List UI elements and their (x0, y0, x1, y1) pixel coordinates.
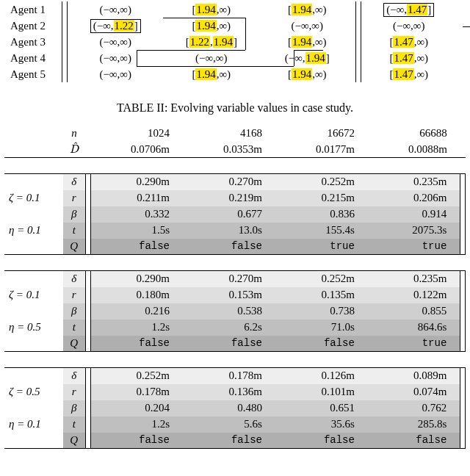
value-cell: 0.180m (90, 287, 183, 303)
value-cell: 0.089m (368, 368, 460, 384)
value-cell: 864.6s (368, 320, 460, 336)
value-cell: 0.738 (275, 303, 368, 320)
row-symbol: β (63, 206, 86, 223)
value-cell: 0.211m (90, 190, 183, 206)
agent-label: Agent 1 (4, 1, 62, 18)
interval-cell: (−∞,∞) (164, 50, 260, 66)
value-cell: 0.836 (275, 206, 368, 223)
row-symbol: Q (63, 239, 86, 255)
interval-cell: (−∞,1.47] (361, 1, 458, 18)
value-cell: 0.270m (183, 271, 275, 287)
value-cell: 0.235m (368, 174, 460, 190)
step-outline (294, 50, 323, 51)
row-symbol: t (63, 223, 86, 239)
step-outline (245, 18, 246, 50)
value-cell: 0.252m (275, 174, 368, 190)
value-cell: 0.101m (275, 384, 368, 400)
value-cell: 0.178m (183, 368, 275, 384)
value-cell: 285.8s (368, 416, 460, 433)
agent-label: Agent 2 (4, 18, 62, 34)
header-d-value: 0.0177m (275, 141, 368, 158)
value-cell: 0.135m (275, 287, 368, 303)
value-cell: 0.122m (368, 287, 460, 303)
interval-cell: (−∞,1.94] (259, 50, 355, 66)
value-cell: false (183, 239, 275, 255)
value-cell: 0.216 (90, 303, 183, 320)
group-eta: η = 0.1 (4, 416, 63, 433)
value-cell: 0.153m (183, 287, 275, 303)
value-cell: true (275, 239, 368, 255)
value-cell: false (275, 336, 368, 352)
group-zeta: ζ = 0.1 (4, 287, 63, 303)
value-cell: 1.2s (90, 320, 183, 336)
step-outline (294, 50, 294, 66)
value-cell: 5.6s (183, 416, 275, 433)
row-symbol: β (63, 400, 86, 416)
agent-row: Agent 2(−∞,1.22][1.94,∞)(−∞,∞)(−∞,∞) (4, 18, 466, 34)
group-eta: η = 0.1 (4, 223, 63, 239)
row-symbol: Q (63, 433, 86, 449)
group-eta: η = 0.5 (4, 320, 63, 336)
value-cell: 0.136m (183, 384, 275, 400)
boxed-interval: (−∞,1.22] (90, 19, 141, 33)
row-symbol: Q (63, 336, 86, 352)
value-cell: 35.6s (275, 416, 368, 433)
header-d-value: 0.0088m (368, 141, 460, 158)
value-cell: 0.855 (368, 303, 460, 320)
row-symbol: r (63, 384, 86, 400)
row-symbol: r (63, 287, 86, 303)
interval-cell: [1.47,∞) (361, 66, 458, 82)
value-cell: 155.4s (275, 223, 368, 239)
interval-cell: [1.47,∞) (361, 50, 458, 66)
value-cell: false (90, 433, 183, 449)
value-cell: 0.204 (90, 400, 183, 416)
group-zeta: ζ = 0.5 (4, 384, 63, 400)
header-n-value: 16672 (275, 125, 368, 141)
agent-label: Agent 5 (4, 66, 62, 82)
interval-cell: (−∞,∞) (361, 18, 458, 34)
step-outline (137, 50, 245, 51)
value-cell: 0.206m (368, 190, 460, 206)
step-outline (163, 18, 245, 18)
value-cell: 0.480 (183, 400, 275, 416)
row-symbol: β (63, 303, 86, 320)
value-cell: 0.914 (368, 206, 460, 223)
value-cell: true (368, 239, 460, 255)
interval-cell: [1.94,∞) (164, 66, 260, 82)
header-n-value: 66688 (368, 125, 460, 141)
value-cell: 6.2s (183, 320, 275, 336)
interval-cell: (−∞,∞) (68, 66, 164, 82)
interval-cell: (−∞,∞) (68, 50, 164, 66)
interval-cell: [1.47,∞) (361, 34, 458, 50)
value-cell: 0.290m (90, 174, 183, 190)
value-cell: 0.235m (368, 271, 460, 287)
interval-cell: (−∞,∞) (68, 34, 164, 50)
value-cell: 2075.3s (368, 223, 460, 239)
header-d: D̂ (63, 141, 86, 158)
value-cell: 1.5s (90, 223, 183, 239)
value-cell: false (275, 433, 368, 449)
header-n: n (63, 125, 86, 141)
row-symbol: t (63, 416, 86, 433)
step-outline (137, 66, 294, 67)
table-caption: TABLE II: Evolving variable values in ca… (4, 101, 466, 115)
value-cell: 0.762 (368, 400, 460, 416)
interval-cell: [1.94,∞) (259, 34, 355, 50)
step-outline (137, 50, 137, 66)
value-cell: 0.677 (183, 206, 275, 223)
row-symbol: δ (63, 368, 86, 384)
agent-row: Agent 1(−∞,∞)[1.94,∞)[1.94,∞)(−∞,1.47] (4, 1, 466, 18)
value-cell: 13.0s (183, 223, 275, 239)
interval-cell: [1.94,∞) (164, 1, 260, 18)
row-symbol: r (63, 190, 86, 206)
group-zeta: ζ = 0.1 (4, 190, 63, 206)
interval-cell: (−∞,∞) (68, 1, 164, 18)
agent-row: Agent 5(−∞,∞)[1.94,∞)[1.94,∞)[1.47,∞) (4, 66, 466, 82)
value-cell: false (183, 336, 275, 352)
value-cell: 0.074m (368, 384, 460, 400)
header-n-value: 1024 (90, 125, 183, 141)
value-cell: false (368, 433, 460, 449)
value-cell: 0.332 (90, 206, 183, 223)
value-cell: 0.290m (90, 271, 183, 287)
agent-row: Agent 3(−∞,∞)[1.22,1.94][1.94,∞)[1.47,∞) (4, 34, 466, 50)
